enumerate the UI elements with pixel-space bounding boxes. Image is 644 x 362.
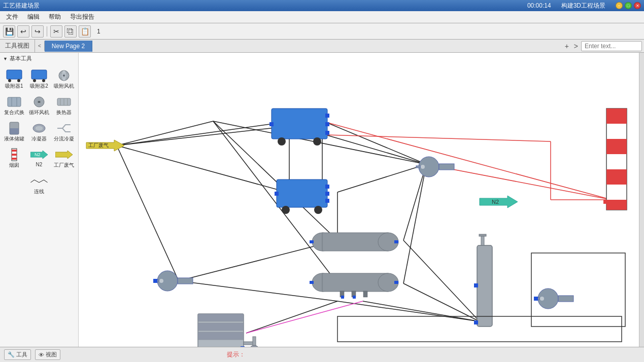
sidebar-item-circfan[interactable]: 循环风机 — [27, 93, 51, 118]
back-button[interactable]: ↩ — [17, 25, 29, 38]
svg-rect-65 — [325, 114, 329, 118]
svg-rect-113 — [198, 323, 244, 331]
window-controls: − □ ✕ — [616, 2, 641, 9]
factory-box-bottom[interactable] — [198, 314, 259, 347]
svg-point-96 — [159, 279, 163, 283]
svg-rect-114 — [198, 332, 244, 340]
fan-label: 吸附风机 — [54, 83, 74, 90]
sidebar-section-title[interactable]: ▼ 基本工具 — [0, 53, 78, 64]
svg-rect-92 — [341, 296, 344, 299]
sidebar-item-factorygas[interactable]: 工厂废气 — [52, 146, 76, 171]
svg-rect-120 — [606, 108, 627, 124]
tab-search-input[interactable] — [581, 41, 642, 51]
factorygas-label: 工厂废气 — [54, 162, 74, 169]
main-area: ▼ 基本工具 吸附器1 — [0, 53, 644, 347]
pump-left-bottom[interactable] — [153, 271, 193, 291]
svg-rect-73 — [325, 192, 329, 196]
svg-rect-64 — [269, 122, 274, 126]
gray-filter-2[interactable] — [310, 273, 398, 299]
sidebar-item-absorber2[interactable]: 吸附器2 — [27, 66, 51, 92]
svg-rect-68 — [277, 179, 327, 207]
forward-button[interactable]: ↪ — [31, 25, 44, 38]
sidebar-item-splitter[interactable]: 分流冷凝 — [52, 119, 76, 144]
save-button[interactable]: 💾 — [3, 25, 15, 38]
maximize-button[interactable]: □ — [625, 2, 632, 9]
vertical-tank[interactable] — [474, 234, 492, 327]
svg-text:N2: N2 — [492, 199, 499, 205]
pump-right-top[interactable] — [416, 157, 454, 177]
svg-rect-66 — [325, 122, 329, 126]
pump-bottom-right[interactable] — [534, 288, 573, 309]
n2-arrow[interactable]: N2 — [480, 196, 518, 208]
tool-label: 工具 — [16, 351, 27, 358]
svg-line-54 — [326, 135, 551, 141]
svg-rect-72 — [325, 185, 329, 189]
canvas-area[interactable]: 工厂废气 — [79, 53, 644, 347]
wire-label: 连线 — [34, 188, 44, 195]
absorber1-icon — [5, 68, 23, 83]
svg-rect-82 — [310, 240, 314, 243]
absorber1-label: 吸附器1 — [5, 83, 23, 90]
minimize-button[interactable]: − — [616, 2, 623, 9]
titlebar: 工艺搭建场景 00:00:14 构建3D工程场景 − □ ✕ — [0, 0, 644, 11]
fan-icon — [55, 68, 73, 83]
sidebar-item-liquid[interactable]: 液体储罐 — [2, 119, 26, 144]
sidebar-item-composite[interactable]: 复合式换 — [2, 93, 26, 118]
menu-file[interactable]: 文件 — [2, 12, 22, 22]
copy-button[interactable]: ⿻ — [64, 25, 77, 38]
svg-line-47 — [403, 164, 426, 283]
menubar: 文件 编辑 帮助 导出报告 — [0, 11, 644, 23]
svg-rect-26 — [12, 158, 17, 160]
svg-point-62 — [278, 137, 286, 146]
svg-marker-29 — [55, 151, 73, 159]
sidebar-item-condenser[interactable]: 冷凝器 — [27, 119, 51, 144]
tab-chevron[interactable]: < — [35, 41, 45, 51]
sidebar-item-absorber1[interactable]: 吸附器1 — [2, 66, 26, 92]
svg-rect-98 — [153, 279, 157, 283]
svg-rect-115 — [244, 342, 254, 345]
circfan-icon — [30, 95, 48, 109]
svg-text:N2: N2 — [35, 152, 41, 157]
menu-export[interactable]: 导出报告 — [66, 12, 98, 22]
liquid-icon — [5, 121, 23, 135]
tab-add-button[interactable]: + — [563, 42, 571, 50]
svg-rect-74 — [325, 199, 329, 203]
status-tab-tool[interactable]: 🔧 工具 — [4, 349, 31, 360]
hint-label: 提示： — [227, 351, 245, 358]
svg-rect-76 — [439, 164, 454, 170]
svg-rect-102 — [481, 235, 484, 245]
tab-next-button[interactable]: > — [572, 42, 580, 50]
svg-point-14 — [38, 101, 40, 103]
toolbar-separator — [47, 26, 47, 37]
status-tab-view[interactable]: 👁 视图 — [35, 349, 60, 360]
svg-rect-67 — [325, 131, 329, 135]
svg-rect-71 — [275, 192, 279, 196]
chimney-label: 烟囱 — [9, 162, 19, 169]
sidebar-item-chimney[interactable]: 烟囱 — [2, 146, 26, 171]
circfan-label: 循环风机 — [29, 109, 49, 116]
svg-rect-91 — [394, 281, 398, 284]
svg-point-22 — [35, 126, 43, 131]
absorber2-label: 吸附器2 — [30, 83, 48, 90]
gray-filter-1[interactable] — [310, 233, 398, 251]
cut-button[interactable]: ✂ — [50, 25, 62, 38]
menu-edit[interactable]: 编辑 — [23, 12, 44, 22]
svg-point-70 — [314, 206, 322, 214]
panel-title[interactable]: 工具视图 — [0, 40, 35, 52]
svg-rect-110 — [534, 297, 538, 301]
blue-absorber-1[interactable] — [269, 108, 329, 146]
vertical-scrollbar[interactable] — [639, 53, 644, 347]
menu-help[interactable]: 帮助 — [45, 12, 65, 22]
blue-absorber-2[interactable] — [275, 179, 329, 214]
sidebar-item-wire[interactable]: 连线 — [2, 172, 76, 197]
tab-newpage2[interactable]: New Page 2 — [45, 41, 92, 52]
svg-point-2 — [17, 79, 20, 82]
factorygas-icon-sidebar — [55, 148, 73, 162]
sidebar-item-heatex[interactable]: 换热器 — [52, 93, 76, 118]
diagram-canvas[interactable]: 工厂废气 — [79, 53, 644, 347]
sidebar-item-n2[interactable]: N2 N2 — [27, 146, 51, 171]
liquid-label: 液体储罐 — [4, 135, 24, 142]
paste-button[interactable]: 📋 — [79, 25, 91, 38]
close-button[interactable]: ✕ — [634, 2, 641, 9]
sidebar-item-fan[interactable]: 吸附风机 — [52, 66, 76, 92]
